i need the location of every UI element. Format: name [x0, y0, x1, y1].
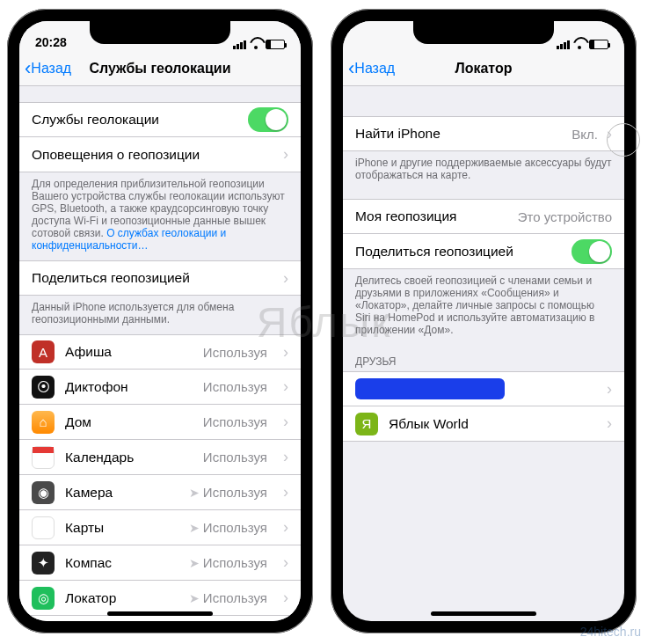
location-arrow-icon: ➤ — [189, 486, 200, 500]
location-services-toggle-row[interactable]: Службы геолокации — [19, 102, 301, 137]
chevron-right-icon: › — [283, 343, 288, 362]
app-name: Диктофон — [65, 379, 193, 395]
chevron-right-icon: › — [283, 483, 288, 501]
footer-text: Данный iPhone используется для обмена ге… — [19, 296, 301, 334]
app-icon: ⦿ — [32, 376, 55, 399]
phone-left: 20:28 ‹ Назад Службы геолокации Сл — [7, 9, 313, 633]
app-icon: А — [32, 340, 55, 363]
chevron-right-icon: › — [283, 145, 288, 164]
phone-right: ‹ Назад Локатор Найти iPhone Вкл.› iPhon… — [331, 9, 637, 633]
app-status: ➤Используя — [189, 520, 267, 535]
friends-header: Друзья — [343, 345, 624, 371]
back-button[interactable]: ‹ Назад — [348, 59, 395, 78]
my-location-row[interactable]: Моя геопозиция Это устройство — [343, 199, 624, 234]
app-icon: ⌂ — [32, 411, 55, 434]
find-iphone-row[interactable]: Найти iPhone Вкл.› — [343, 116, 624, 151]
app-icon: ✦ — [32, 552, 55, 574]
friend-row[interactable]: Я Яблык World › — [343, 406, 624, 442]
home-indicator[interactable] — [431, 611, 536, 616]
app-status: Используя — [203, 379, 267, 394]
chevron-right-icon: › — [283, 269, 288, 288]
chevron-right-icon: › — [607, 380, 612, 399]
friend-avatar-icon: Я — [355, 413, 378, 435]
notch — [413, 21, 554, 44]
row-label: Оповещения о геопозиции — [32, 147, 200, 163]
site-watermark: 24hitech.ru — [580, 625, 641, 639]
chevron-right-icon: › — [283, 518, 288, 537]
row-value: Вкл. — [572, 127, 598, 142]
chevron-right-icon: › — [283, 377, 288, 396]
app-row[interactable]: ◎Локатор➤Используя› — [19, 581, 301, 616]
redacted-name — [355, 378, 505, 399]
app-row[interactable]: ◉Камера➤Используя› — [19, 475, 301, 510]
notch — [90, 21, 230, 44]
row-value: Это устройство — [518, 209, 612, 224]
cellular-signal-icon — [233, 40, 246, 49]
row-label: Найти iPhone — [355, 126, 440, 142]
row-label: Службы геолокации — [32, 112, 159, 128]
app-name: Дом — [65, 414, 193, 430]
toggle-on-icon[interactable] — [572, 239, 612, 264]
app-name: Календарь — [65, 450, 193, 465]
app-status: ➤Используя — [189, 555, 267, 570]
toggle-on-icon[interactable] — [248, 107, 288, 132]
app-row[interactable]: ✦Компас➤Используя› — [19, 545, 301, 581]
home-indicator[interactable] — [107, 611, 213, 616]
nav-bar: ‹ Назад Локатор — [343, 51, 624, 86]
app-row[interactable]: ⌂ДомИспользуя› — [19, 405, 301, 440]
app-status: ➤Используя — [189, 485, 267, 500]
wifi-icon — [250, 40, 262, 49]
wifi-icon — [573, 40, 586, 49]
footer-text: iPhone и другие поддерживаемые аксессуар… — [343, 151, 624, 190]
row-label: Поделиться геопозицией — [355, 244, 513, 260]
location-alerts-row[interactable]: Оповещения о геопозиции › — [19, 137, 301, 172]
row-label: Моя геопозиция — [355, 209, 457, 224]
location-arrow-icon: ➤ — [189, 521, 200, 535]
app-name: Афиша — [65, 344, 193, 360]
page-title: Локатор — [455, 61, 512, 77]
chevron-right-icon: › — [283, 413, 288, 431]
row-label: Поделиться геопозицией — [32, 270, 190, 286]
share-location-toggle-row[interactable]: Поделиться геопозицией — [343, 234, 624, 269]
location-arrow-icon: ➤ — [189, 556, 200, 570]
back-label: Назад — [354, 61, 395, 77]
nav-bar: ‹ Назад Службы геолокации — [19, 51, 301, 86]
decorative-circle — [607, 123, 640, 157]
chevron-right-icon: › — [283, 589, 288, 607]
app-row[interactable]: КалендарьИспользуя› — [19, 440, 301, 475]
share-location-row[interactable]: Поделиться геопозицией › — [19, 260, 301, 296]
page-title: Службы геолокации — [89, 61, 230, 77]
app-name: Локатор — [65, 590, 178, 606]
app-icon: ◎ — [32, 587, 55, 610]
app-row[interactable]: ➤Навигатор➤Используя› — [19, 616, 301, 621]
back-button[interactable]: ‹ Назад — [25, 59, 71, 78]
app-icon — [32, 446, 55, 469]
app-name: Камера — [65, 485, 178, 501]
friend-name: Яблык World — [389, 416, 591, 432]
chevron-right-icon: › — [283, 553, 288, 572]
friend-row-redacted[interactable]: › — [343, 371, 624, 406]
battery-icon — [589, 40, 608, 49]
chevron-left-icon: ‹ — [348, 59, 354, 78]
back-label: Назад — [31, 61, 71, 77]
chevron-right-icon: › — [283, 448, 288, 466]
chevron-right-icon: › — [607, 414, 612, 433]
app-status: ➤Используя — [189, 590, 267, 605]
location-arrow-icon: ➤ — [189, 591, 200, 605]
footer-text: Для определения приблизительной геопозиц… — [19, 172, 301, 260]
app-name: Карты — [65, 520, 178, 536]
app-status: Используя — [203, 450, 267, 465]
app-status: Используя — [203, 345, 267, 360]
app-row[interactable]: ААфишаИспользуя› — [19, 334, 301, 370]
battery-icon — [266, 40, 285, 49]
cellular-signal-icon — [557, 40, 570, 49]
footer-text: Делитесь своей геопозицией с членами сем… — [343, 269, 624, 345]
app-icon: ◉ — [32, 481, 55, 504]
app-icon: ✈ — [32, 516, 55, 539]
app-status: Используя — [203, 414, 267, 429]
app-name: Компас — [65, 555, 178, 571]
app-row[interactable]: ✈Карты➤Используя› — [19, 510, 301, 545]
chevron-left-icon: ‹ — [25, 59, 31, 78]
app-row[interactable]: ⦿ДиктофонИспользуя› — [19, 370, 301, 405]
clock: 20:28 — [35, 35, 67, 49]
